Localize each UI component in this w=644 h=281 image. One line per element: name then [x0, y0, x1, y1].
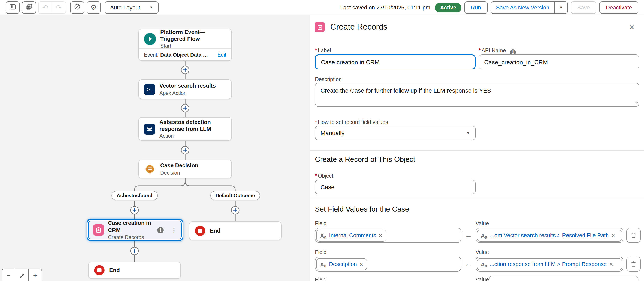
node-text: Case creation in CRM Create Records — [108, 220, 154, 240]
undo-button[interactable]: ↶ — [38, 2, 52, 13]
outcome-label-default[interactable]: Default Outcome — [210, 191, 260, 200]
field-values-heading: Set Field Values for the Case — [315, 205, 409, 214]
panel-header: Create Records × — [310, 16, 644, 39]
chevron-down-icon: ▼ — [466, 131, 470, 135]
label-input[interactable]: Case creation in CRM — [315, 55, 476, 70]
node-info-icon[interactable]: i — [157, 227, 164, 233]
node-subtitle: Create Records — [108, 234, 154, 240]
field-column-label: Field — [315, 220, 326, 226]
expand-canvas-button[interactable] — [16, 269, 28, 281]
create-records-node-selected[interactable]: Case creation in CRM Create Records i ⋮ — [86, 219, 184, 241]
trash-icon — [630, 232, 637, 238]
value-input-row1[interactable]: Aa ...om Vector search results > Resolve… — [476, 228, 624, 243]
node-subtitle: Start — [160, 43, 226, 49]
add-element-button[interactable] — [131, 247, 138, 255]
save-options-menu-button[interactable]: ▼ — [554, 2, 567, 13]
save-button[interactable]: Save — [571, 1, 596, 14]
how-to-set-label: *How to set record field values — [315, 119, 388, 125]
field-pill: Aa Internal Comments × — [316, 229, 386, 241]
start-node[interactable]: Platform Event—Triggered Flow Start Even… — [138, 29, 232, 61]
toggle-toolbox-button[interactable] — [6, 1, 20, 14]
create-records-clipboard-icon — [93, 224, 104, 235]
add-element-button[interactable] — [181, 146, 189, 154]
delete-row-button[interactable] — [626, 228, 640, 243]
description-field-label: Description — [315, 76, 342, 82]
zoom-out-button[interactable]: − — [2, 269, 15, 281]
description-textarea[interactable]: Create the Case for further follow up if… — [315, 83, 639, 107]
remove-pill-icon[interactable]: × — [609, 261, 613, 267]
vector-search-node[interactable]: >_ Vector search results Apex Action — [138, 79, 232, 99]
text-cursor — [380, 58, 381, 66]
node-subtitle: Decision — [160, 170, 198, 176]
outcome-label-asbestosfound[interactable]: Asbestosfound — [112, 191, 158, 200]
remove-pill-icon[interactable]: × — [360, 261, 363, 267]
chevron-down-icon: ▼ — [560, 6, 563, 10]
llm-action-node[interactable]: Asbestos detection response from LLM Act… — [138, 117, 232, 141]
value-column-label: Value — [476, 277, 489, 281]
last-saved-text: Last saved on 27/10/2025, 01:11 pm — [340, 4, 430, 11]
disable-flow-button[interactable] — [70, 1, 84, 14]
node-text: Case Decision Decision — [160, 162, 198, 176]
end-node-right[interactable]: End — [189, 221, 282, 240]
apex-action-icon: >_ — [144, 84, 155, 95]
delete-row-button[interactable] — [626, 256, 640, 271]
sidebar-toggle-icon — [9, 3, 16, 12]
chevron-down-icon: ▼ — [150, 6, 153, 10]
object-input[interactable] — [315, 180, 476, 194]
trash-icon — [630, 261, 637, 267]
add-element-button[interactable] — [181, 104, 189, 112]
zoom-in-button[interactable]: + — [29, 269, 42, 281]
required-asterisk: * — [315, 119, 317, 125]
select-elements-icon — [25, 3, 33, 12]
edit-event-link[interactable]: Edit — [218, 52, 226, 58]
layout-mode-dropdown[interactable]: Auto-Layout ▼ — [104, 1, 158, 14]
flow-settings-button[interactable]: ⚙ — [86, 1, 101, 14]
node-title: End — [210, 227, 220, 234]
save-as-new-version-button[interactable]: Save As New Version — [491, 2, 554, 13]
info-glyph: i — [160, 228, 161, 232]
node-title: Platform Event—Triggered Flow — [160, 29, 226, 43]
info-glyph: i — [512, 50, 514, 55]
field-column-label: Field — [315, 249, 326, 255]
start-node-body: Platform Event—Triggered Flow Start — [139, 29, 232, 49]
create-records-clipboard-icon — [314, 22, 325, 32]
close-icon[interactable]: × — [629, 23, 634, 31]
value-input-row3[interactable] — [489, 276, 638, 281]
deactivate-button[interactable]: Deactivate — [599, 1, 638, 14]
add-element-button[interactable] — [232, 206, 239, 214]
status-badge: Active — [435, 3, 462, 12]
add-element-button[interactable] — [181, 66, 189, 74]
pill-label: ...om Vector search results > Resolved F… — [490, 232, 609, 238]
value-input-row2[interactable]: Aa ...ction response from LLM > Prompt R… — [476, 256, 624, 271]
remove-pill-icon[interactable]: × — [612, 232, 615, 238]
field-input-row1[interactable]: Aa Internal Comments × — [315, 228, 462, 243]
remove-pill-icon[interactable]: × — [379, 232, 383, 238]
required-asterisk: * — [315, 173, 317, 179]
flow-canvas[interactable]: Platform Event—Triggered Flow Start Even… — [0, 16, 310, 281]
pill-label: Description — [329, 261, 357, 267]
api-name-input[interactable] — [478, 55, 639, 70]
layout-mode-label: Auto-Layout — [110, 4, 140, 11]
terminal-prompt-icon: >_ — [147, 86, 152, 92]
create-records-node-body: Case creation in CRM Create Records i ⋮ — [88, 220, 182, 239]
api-name-info-icon[interactable]: i — [510, 49, 516, 55]
value-pill: Aa ...om Vector search results > Resolve… — [477, 229, 622, 241]
event-label: Event: — [144, 52, 158, 58]
select-elements-button[interactable] — [22, 1, 36, 14]
decision-node[interactable]: Case Decision Decision — [138, 160, 232, 178]
node-title: End — [109, 267, 120, 274]
save-as-new-version-split-button: Save As New Version ▼ — [490, 1, 568, 14]
text-data-type-icon: Aa — [320, 260, 326, 268]
redo-button[interactable]: ↷ — [52, 2, 66, 13]
start-node-text: Platform Event—Triggered Flow Start — [160, 29, 226, 49]
add-element-button[interactable] — [131, 206, 138, 214]
node-menu-button[interactable]: ⋮ — [171, 226, 177, 233]
section-divider — [310, 150, 644, 151]
panel-title: Create Records — [330, 22, 387, 32]
node-title: Asbestos detection response from LLM — [160, 119, 226, 133]
run-button[interactable]: Run — [464, 1, 488, 14]
end-node-bottom[interactable]: End — [88, 262, 181, 279]
combobox-selected-value: Manually — [320, 130, 344, 136]
how-to-set-combobox[interactable]: Manually ▼ — [315, 126, 476, 140]
field-input-row2[interactable]: Aa Description × — [315, 256, 462, 271]
